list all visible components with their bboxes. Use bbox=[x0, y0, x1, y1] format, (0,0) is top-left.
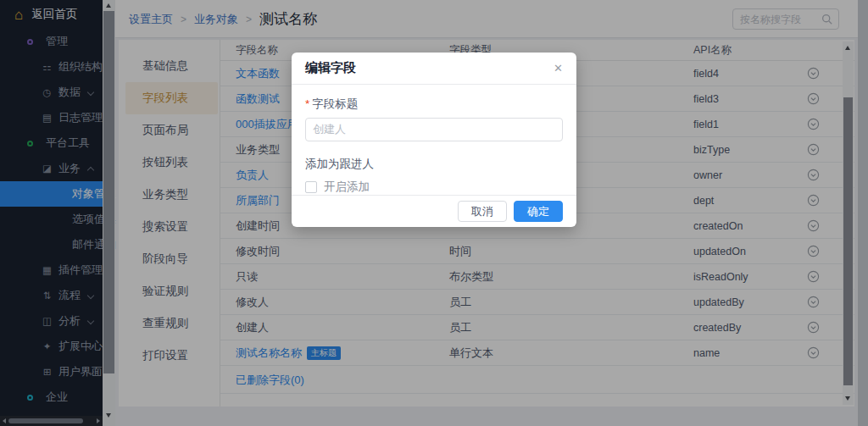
enable-add-checkbox-row[interactable]: 开启添加 bbox=[305, 180, 563, 195]
edit-field-modal: 编辑字段 ✕ *字段标题 添加为跟进人 开启添加 取消 确定 bbox=[292, 53, 576, 227]
app-screen: ⌂ 返回首页 管理 ⚏ 组织结构 ◷ 数据 ▤ 日志管理 bbox=[0, 0, 868, 426]
modal-title: 编辑字段 bbox=[305, 60, 356, 76]
enable-add-checkbox[interactable] bbox=[305, 181, 317, 193]
modal-body: *字段标题 添加为跟进人 开启添加 bbox=[292, 85, 576, 195]
close-icon[interactable]: ✕ bbox=[554, 63, 563, 74]
cancel-button[interactable]: 取消 bbox=[458, 201, 507, 222]
required-asterisk: * bbox=[305, 97, 309, 110]
field-title-input[interactable] bbox=[305, 118, 563, 141]
confirm-button[interactable]: 确定 bbox=[514, 201, 563, 222]
modal-footer: 取消 确定 bbox=[292, 195, 576, 227]
add-as-follower-label: 添加为跟进人 bbox=[305, 157, 563, 172]
modal-header: 编辑字段 ✕ bbox=[292, 53, 576, 85]
enable-add-label: 开启添加 bbox=[324, 180, 370, 195]
field-title-label: *字段标题 bbox=[305, 97, 563, 112]
